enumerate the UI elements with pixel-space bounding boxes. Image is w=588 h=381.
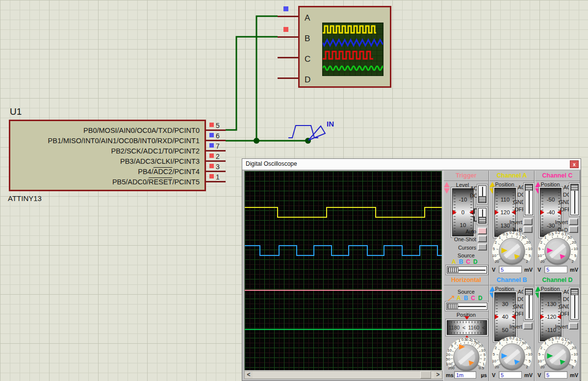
trigger-source-letters: ABCD bbox=[452, 258, 478, 265]
scrollbar-left-arrow[interactable]: < bbox=[245, 371, 253, 379]
chip-pin-stub-3 bbox=[206, 171, 226, 172]
channel-b-gain-field[interactable] bbox=[499, 371, 522, 379]
svg-text:10: 10 bbox=[528, 247, 533, 251]
pin-state-square bbox=[209, 133, 214, 137]
svg-text:2: 2 bbox=[540, 240, 542, 245]
channel-c-gain-knob[interactable]: 20105210.50.20.150201052 bbox=[536, 229, 580, 271]
svg-text:20: 20 bbox=[572, 240, 576, 245]
channel-d-coupling-switch[interactable] bbox=[570, 288, 579, 320]
horizontal-title: Horizontal bbox=[444, 275, 488, 285]
trace-channel-a bbox=[245, 207, 442, 217]
trigger-source-label: Source bbox=[444, 253, 488, 258]
auto-button[interactable] bbox=[478, 228, 487, 234]
channel-c-gain-field[interactable] bbox=[544, 266, 567, 273]
trigger-source-slider[interactable] bbox=[447, 266, 487, 274]
wire-junction-dot bbox=[254, 138, 259, 144]
channel-c-off-label: OFF bbox=[560, 206, 571, 212]
channel-a-volts-unit: V bbox=[492, 267, 495, 273]
generator-pulse-icon[interactable] bbox=[288, 126, 318, 138]
svg-text:5: 5 bbox=[493, 247, 495, 251]
horizontal-position-wheel[interactable]: 1180 < 1160 < bbox=[447, 320, 487, 335]
display-horizontal-scrollbar[interactable]: < > bbox=[244, 371, 442, 379]
scope-input-a-label: A bbox=[305, 13, 316, 23]
pin-label-pb0: PB0/MOSI/AIN0/OC0A/TXD/PCINT0 bbox=[83, 126, 200, 136]
channel-b-gain-knob[interactable]: 20105210.50.20.150201052 bbox=[490, 334, 534, 376]
channel-c-coupling-switch[interactable] bbox=[570, 184, 579, 215]
channel-b-coupling-switch[interactable] bbox=[525, 288, 533, 320]
channel-d-invert-label: Invert bbox=[555, 324, 568, 330]
net-label-in[interactable]: IN bbox=[327, 120, 334, 128]
cursors-button[interactable] bbox=[478, 244, 487, 251]
attiny13-chip[interactable]: PB0/MOSI/AIN0/OC0A/TXD/PCINT0 PB1/MISO/I… bbox=[9, 120, 206, 191]
horizontal-source-letters: ABCD bbox=[457, 295, 483, 302]
channel-c-invert-label: Invert bbox=[555, 219, 568, 225]
ramp-icon bbox=[448, 295, 456, 302]
svg-text:50: 50 bbox=[568, 235, 572, 240]
channel-b-title: Channel B bbox=[489, 275, 534, 285]
svg-text:2: 2 bbox=[484, 357, 486, 361]
channel-c-panel: Channel C Position -50 -40 -30 AC DC GND… bbox=[535, 171, 580, 275]
channel-a-title: Channel A bbox=[489, 171, 534, 181]
oscilloscope-part[interactable]: A B C D bbox=[298, 6, 391, 88]
channel-a-invert-button[interactable] bbox=[523, 218, 533, 225]
rising-edge-icon bbox=[471, 208, 478, 214]
trigger-coupling-switch[interactable] bbox=[478, 185, 486, 203]
svg-text:0.5: 0.5 bbox=[503, 337, 508, 342]
trigger-panel: Trigger Level -10 0 10 AC DC Auto One-Sh… bbox=[443, 171, 489, 275]
svg-text:10: 10 bbox=[448, 348, 452, 353]
channel-d-ac-label: AC bbox=[563, 289, 571, 295]
svg-text:1: 1 bbox=[499, 341, 501, 345]
horizontal-source-slider[interactable] bbox=[446, 303, 487, 310]
channel-d-gain-knob[interactable]: 20105210.50.20.150201052 bbox=[536, 334, 580, 376]
wire-pin5-to-b[interactable] bbox=[226, 37, 278, 130]
channel-c-position-label: Position bbox=[539, 181, 562, 187]
pin-state-square bbox=[209, 143, 214, 148]
scope-display[interactable] bbox=[244, 171, 442, 371]
preview-blue-triangle-wave bbox=[323, 40, 383, 46]
channel-c-dc-label: DC bbox=[563, 192, 571, 198]
timebase-us-unit: µs bbox=[481, 372, 487, 378]
timebase-field[interactable] bbox=[454, 371, 476, 379]
channel-d-gain-field[interactable] bbox=[544, 371, 567, 379]
channel-c-invert-button[interactable] bbox=[569, 218, 578, 225]
pin-state-square-red bbox=[283, 27, 288, 32]
trigger-panel-title: Trigger bbox=[444, 171, 488, 181]
channel-a-gain-knob[interactable]: 20105210.50.20.150201052 bbox=[490, 229, 534, 271]
scrollbar-right-arrow[interactable]: > bbox=[434, 371, 442, 379]
one-shot-button[interactable] bbox=[478, 235, 487, 242]
trigger-edge-switch[interactable] bbox=[478, 208, 486, 224]
svg-text:50: 50 bbox=[568, 341, 572, 345]
close-button[interactable]: x bbox=[570, 160, 579, 168]
svg-text:20: 20 bbox=[495, 259, 499, 264]
svg-text:1: 1 bbox=[544, 235, 546, 240]
preview-green-sine-wave bbox=[323, 66, 383, 70]
svg-text:10: 10 bbox=[574, 352, 578, 356]
svg-text:2: 2 bbox=[526, 259, 528, 264]
svg-text:10: 10 bbox=[481, 348, 486, 353]
channel-a-off-label: OFF bbox=[514, 206, 525, 212]
scope-preview-screen bbox=[322, 23, 383, 76]
scope-input-c-label: C bbox=[305, 54, 316, 64]
channel-b-volts-unit: V bbox=[492, 372, 495, 378]
channel-a-coupling-switch[interactable] bbox=[525, 184, 533, 215]
channel-b-invert-button[interactable] bbox=[523, 323, 533, 330]
wire-junction-to-a[interactable] bbox=[256, 16, 278, 141]
svg-text:0.5: 0.5 bbox=[479, 366, 484, 370]
window-titlebar[interactable]: Digital Oscilloscope x bbox=[242, 159, 581, 170]
digital-oscilloscope-window: Digital Oscilloscope x < > Trigger Level… bbox=[242, 158, 581, 381]
horizontal-source-label: Source bbox=[444, 289, 488, 295]
scope-pin-stub-b bbox=[278, 36, 298, 38]
channel-d-invert-button[interactable] bbox=[569, 323, 578, 330]
svg-text:0.5: 0.5 bbox=[548, 232, 554, 236]
svg-text:2: 2 bbox=[495, 346, 497, 350]
pin-number: 5 bbox=[216, 122, 220, 129]
svg-text:0.5: 0.5 bbox=[548, 337, 554, 342]
channel-d-panel: Channel D Position -130 -120 -110 AC DC … bbox=[535, 275, 580, 381]
svg-text:5: 5 bbox=[493, 352, 495, 356]
svg-text:20: 20 bbox=[540, 365, 545, 369]
channel-d-title: Channel D bbox=[535, 275, 580, 285]
scrollbar-thumb[interactable] bbox=[420, 371, 431, 379]
channel-c-ac-label: AC bbox=[563, 184, 571, 190]
channel-a-gain-field[interactable] bbox=[499, 266, 522, 273]
svg-text:10: 10 bbox=[537, 254, 542, 258]
